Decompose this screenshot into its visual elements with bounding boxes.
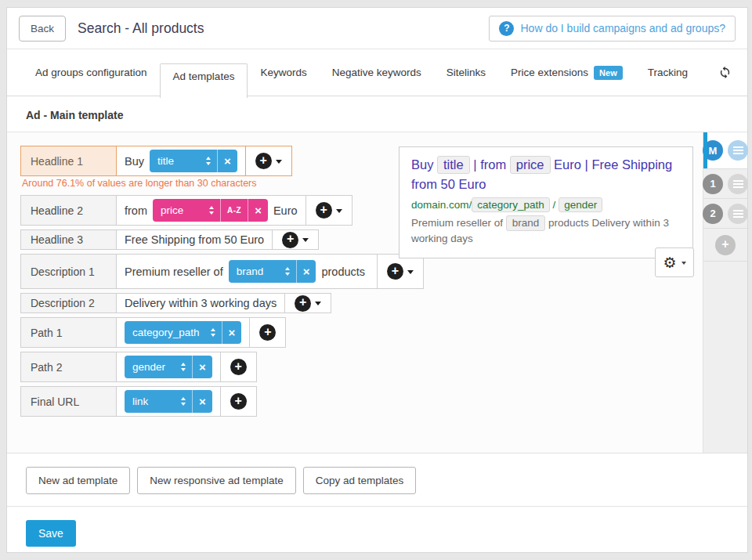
add-template-button[interactable]: + (703, 229, 747, 262)
caret-down-icon (302, 238, 309, 245)
hamburger-icon (733, 210, 743, 218)
row-label: Path 1 (21, 318, 117, 347)
save-button[interactable]: Save (26, 520, 76, 547)
row-text: Euro (273, 204, 298, 217)
row-final-url: Final URLlink×+ (20, 386, 257, 417)
add-button[interactable]: + (249, 318, 285, 347)
sort-down-arrow (209, 211, 214, 215)
sort-arrows-icon[interactable] (204, 328, 222, 337)
template-tab-2[interactable]: 2 (703, 199, 747, 229)
tab-price-extensions[interactable]: Price extensionsNew (498, 58, 635, 88)
row-content: Premium reseller ofbrand×products (117, 255, 377, 288)
plus-icon: + (316, 202, 332, 219)
sort-arrows-icon[interactable] (175, 397, 192, 406)
close-icon: × (303, 266, 310, 278)
add-button[interactable]: + (220, 387, 256, 416)
tab-label: Tracking (648, 67, 688, 78)
help-button-label: How do I build campaigns and ad groups? (520, 22, 725, 34)
remove-field-button[interactable]: × (217, 150, 237, 172)
remove-field-button[interactable]: × (248, 199, 268, 222)
remove-field-button[interactable]: × (296, 260, 316, 283)
remove-field-button[interactable]: × (222, 321, 242, 344)
tab-bar: Ad groups configurationAd templatesKeywo… (7, 49, 747, 96)
plus-icon: + (259, 324, 276, 341)
sort-az-button[interactable]: A-Z (220, 199, 248, 222)
main-card: Back Search - All products ? How do I bu… (6, 7, 748, 553)
sort-arrows-icon[interactable] (175, 363, 192, 371)
row-headline-2: Headline 2frompriceA-Z×Euro+ (20, 195, 352, 226)
row-label: Headline 3 (21, 230, 117, 249)
add-button[interactable]: + (284, 294, 331, 313)
row-content: category_path× (117, 318, 249, 347)
page-header: Back Search - All products ? How do I bu… (7, 8, 747, 49)
template-menu-icon[interactable] (728, 174, 748, 194)
add-button[interactable]: + (245, 146, 291, 175)
sort-up-arrow (285, 267, 290, 270)
sort-down-arrow (181, 368, 186, 371)
tab-tracking[interactable]: Tracking (635, 59, 700, 86)
plus-icon: + (230, 359, 247, 375)
row-content: Buytitle× (117, 146, 245, 175)
sort-arrows-icon[interactable] (203, 206, 220, 215)
row-text: from (125, 204, 147, 217)
tab-label: Price extensions (511, 67, 588, 78)
sort-up-arrow (211, 328, 215, 331)
template-tab-m[interactable]: M (703, 132, 747, 169)
add-button[interactable]: + (220, 352, 256, 381)
preview-title: Buy title | from price Euro | Free Shipp… (411, 155, 681, 194)
active-indicator-bar (703, 132, 707, 168)
field-select-brand[interactable]: brand× (229, 260, 316, 283)
preview-chip-title: title (437, 156, 470, 174)
row-label: Path 2 (21, 352, 117, 381)
caret-down-icon (336, 209, 342, 216)
back-button[interactable]: Back (19, 16, 66, 42)
new-ad-template-button[interactable]: New ad template (26, 467, 130, 494)
new-responsive-ad-template-button[interactable]: New responsive ad template (137, 467, 295, 494)
template-tab-1[interactable]: 1 (703, 169, 747, 199)
tab-ad-templates[interactable]: Ad templates (160, 63, 248, 98)
field-select-price[interactable]: priceA-Z× (153, 199, 268, 222)
preview-chip-gender: gender (559, 197, 602, 213)
plus-icon: + (230, 393, 247, 410)
row-text: Free Shipping from 50 Euro (125, 233, 264, 246)
sort-arrows-icon[interactable] (200, 157, 217, 165)
remove-field-button[interactable]: × (192, 356, 212, 378)
settings-button[interactable]: ⚙ (655, 247, 694, 277)
template-menu-icon[interactable] (728, 204, 748, 224)
tab-negative-keywords[interactable]: Negative keywords (320, 59, 434, 86)
field-select-title[interactable]: title× (150, 150, 237, 172)
add-button[interactable]: + (306, 196, 352, 225)
sort-arrows-icon[interactable] (279, 267, 296, 276)
row-content: Delivery within 3 working days (117, 294, 284, 313)
section-title: Ad - Main template (7, 96, 747, 132)
template-badge: 1 (703, 174, 723, 194)
preview-url: domain.com/category_path / gender (411, 197, 681, 213)
refresh-icon[interactable] (718, 66, 732, 79)
field-select-gender[interactable]: gender× (125, 356, 212, 378)
preview-chip-brand: brand (506, 215, 546, 231)
add-button[interactable]: + (377, 255, 423, 288)
row-path-2: Path 2gender×+ (20, 352, 257, 382)
help-button[interactable]: ? How do I build campaigns and ad groups… (489, 16, 736, 42)
caret-down-icon (682, 262, 686, 267)
template-sidebar: M12+ (703, 132, 747, 453)
remove-field-button[interactable]: × (192, 390, 212, 413)
copy-ad-templates-button[interactable]: Copy ad templates (303, 467, 417, 494)
hamburger-icon (733, 180, 743, 188)
template-menu-icon[interactable] (728, 140, 748, 161)
tab-label: Negative keywords (332, 67, 421, 78)
ad-template-form: Headline 1Buytitle×+Around 76.1% of valu… (7, 132, 747, 453)
plus-icon: + (295, 295, 311, 312)
preview-chip-category-path: category_path (472, 197, 550, 213)
row-text: products (321, 266, 365, 278)
field-select-category-path[interactable]: category_path× (125, 321, 241, 344)
field-select-value: title (150, 155, 200, 167)
hamburger-icon (733, 146, 743, 154)
add-button[interactable]: + (272, 230, 318, 249)
tab-ad-groups-configuration[interactable]: Ad groups configuration (23, 59, 160, 86)
field-select-link[interactable]: link× (125, 390, 212, 413)
tab-sitelinks[interactable]: Sitelinks (434, 59, 498, 86)
row-label: Headline 1 (21, 146, 117, 175)
tab-keywords[interactable]: Keywords (248, 59, 319, 86)
close-icon: × (199, 361, 206, 374)
